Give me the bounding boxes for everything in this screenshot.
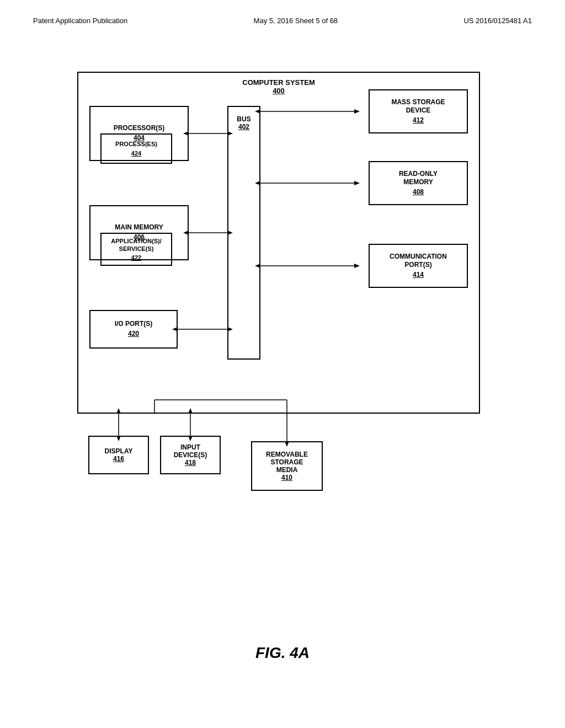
computer-system-label: COMPUTER SYSTEM 400	[242, 78, 315, 95]
display-box: DISPLAY 416	[88, 436, 149, 474]
computer-system-box: COMPUTER SYSTEM 400 PROCESSOR(S) 404 PRO…	[77, 72, 480, 414]
removable-storage-box: REMOVABLE STORAGE MEDIA 410	[251, 441, 323, 491]
processes-box: PROCESS(ES) 424	[100, 133, 172, 164]
applications-box: APPLICATION(S)/ SERVICE(S) 422	[100, 233, 172, 266]
header-middle: May 5, 2016 Sheet 5 of 68	[254, 17, 338, 25]
bus-box: BUS 402	[227, 106, 260, 360]
svg-marker-10	[354, 109, 360, 114]
diagram-area: COMPUTER SYSTEM 400 PROCESSOR(S) 404 PRO…	[44, 72, 519, 491]
svg-marker-16	[354, 264, 360, 268]
input-device-box: INPUT DEVICE(S) 418	[160, 436, 221, 474]
figure-caption: FIG. 4A	[255, 644, 310, 662]
header-right: US 2016/0125481 A1	[463, 17, 532, 25]
page-header: Patent Application Publication May 5, 20…	[0, 0, 565, 30]
mass-storage-box: MASS STORAGE DEVICE 412	[369, 89, 468, 133]
io-ports-box: I/O PORT(S) 420	[89, 310, 178, 349]
comm-ports-box: COMMUNICATION PORT(S) 414	[369, 244, 468, 288]
header-left: Patent Application Publication	[33, 17, 127, 25]
svg-marker-13	[354, 181, 360, 185]
read-only-memory-box: READ-ONLY MEMORY 408	[369, 161, 468, 205]
